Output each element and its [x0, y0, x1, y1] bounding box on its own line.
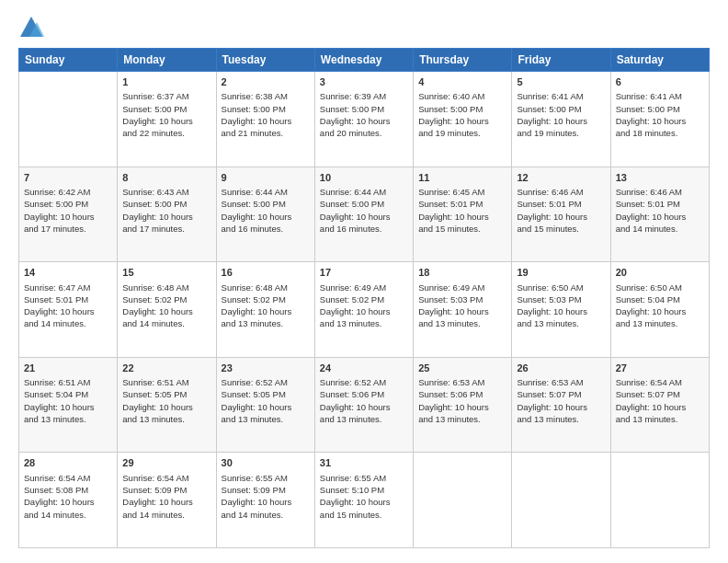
calendar-cell: 30Sunrise: 6:55 AMSunset: 5:09 PMDayligh…	[216, 453, 314, 548]
calendar-cell: 25Sunrise: 6:53 AMSunset: 5:06 PMDayligh…	[414, 357, 512, 453]
calendar-cell: 22Sunrise: 6:51 AMSunset: 5:05 PMDayligh…	[118, 357, 216, 453]
calendar-cell: 21Sunrise: 6:51 AMSunset: 5:04 PMDayligh…	[19, 357, 118, 453]
calendar-week-row: 7Sunrise: 6:42 AMSunset: 5:00 PMDaylight…	[19, 167, 710, 262]
day-number: 29	[122, 456, 210, 470]
day-info: Sunrise: 6:55 AMSunset: 5:09 PMDaylight:…	[222, 472, 310, 521]
calendar-cell	[512, 453, 610, 548]
calendar-table: SundayMondayTuesdayWednesdayThursdayFrid…	[18, 48, 710, 548]
calendar-week-row: 14Sunrise: 6:47 AMSunset: 5:01 PMDayligh…	[19, 262, 710, 358]
calendar-cell	[414, 453, 512, 548]
calendar-week-row: 28Sunrise: 6:54 AMSunset: 5:08 PMDayligh…	[19, 453, 710, 548]
day-info: Sunrise: 6:41 AMSunset: 5:00 PMDaylight:…	[616, 90, 704, 139]
day-number: 19	[517, 266, 605, 280]
calendar-cell: 15Sunrise: 6:48 AMSunset: 5:02 PMDayligh…	[118, 262, 216, 358]
day-info: Sunrise: 6:47 AMSunset: 5:01 PMDaylight:…	[24, 282, 112, 330]
day-info: Sunrise: 6:45 AMSunset: 5:01 PMDaylight:…	[418, 186, 506, 235]
day-number: 14	[24, 266, 112, 280]
calendar-cell: 10Sunrise: 6:44 AMSunset: 5:00 PMDayligh…	[314, 167, 413, 262]
calendar-day-header: Friday	[512, 49, 610, 72]
calendar-cell: 1Sunrise: 6:37 AMSunset: 5:00 PMDaylight…	[118, 72, 216, 167]
day-number: 31	[320, 456, 408, 470]
calendar-cell: 26Sunrise: 6:53 AMSunset: 5:07 PMDayligh…	[512, 357, 610, 453]
day-info: Sunrise: 6:55 AMSunset: 5:10 PMDaylight:…	[320, 472, 408, 521]
day-number: 6	[616, 75, 704, 89]
calendar-cell: 3Sunrise: 6:39 AMSunset: 5:00 PMDaylight…	[314, 72, 413, 167]
day-number: 4	[418, 75, 506, 89]
day-info: Sunrise: 6:37 AMSunset: 5:00 PMDaylight:…	[122, 90, 210, 139]
day-number: 13	[616, 171, 704, 185]
calendar-cell: 12Sunrise: 6:46 AMSunset: 5:01 PMDayligh…	[512, 167, 610, 262]
calendar-cell: 16Sunrise: 6:48 AMSunset: 5:02 PMDayligh…	[216, 262, 314, 358]
calendar-week-row: 1Sunrise: 6:37 AMSunset: 5:00 PMDaylight…	[19, 72, 710, 167]
day-number: 18	[418, 266, 506, 280]
day-number: 20	[616, 266, 704, 280]
calendar-cell: 8Sunrise: 6:43 AMSunset: 5:00 PMDaylight…	[118, 167, 216, 262]
calendar-day-header: Sunday	[19, 49, 118, 72]
day-number: 15	[122, 266, 210, 280]
calendar-cell: 5Sunrise: 6:41 AMSunset: 5:00 PMDaylight…	[512, 72, 610, 167]
day-info: Sunrise: 6:53 AMSunset: 5:06 PMDaylight:…	[418, 376, 506, 425]
day-number: 1	[122, 75, 210, 89]
calendar-cell: 4Sunrise: 6:40 AMSunset: 5:00 PMDaylight…	[414, 72, 512, 167]
day-info: Sunrise: 6:40 AMSunset: 5:00 PMDaylight:…	[418, 90, 506, 139]
calendar-cell	[19, 72, 118, 167]
day-info: Sunrise: 6:51 AMSunset: 5:05 PMDaylight:…	[122, 376, 210, 425]
logo	[18, 15, 48, 40]
calendar-cell: 7Sunrise: 6:42 AMSunset: 5:00 PMDaylight…	[19, 167, 118, 262]
calendar-cell: 6Sunrise: 6:41 AMSunset: 5:00 PMDaylight…	[610, 72, 709, 167]
calendar-week-row: 21Sunrise: 6:51 AMSunset: 5:04 PMDayligh…	[19, 357, 710, 453]
day-number: 17	[320, 266, 408, 280]
day-info: Sunrise: 6:48 AMSunset: 5:02 PMDaylight:…	[122, 282, 210, 330]
day-info: Sunrise: 6:49 AMSunset: 5:02 PMDaylight:…	[320, 282, 408, 330]
calendar-day-header: Monday	[118, 49, 216, 72]
day-number: 3	[320, 75, 408, 89]
day-number: 8	[122, 171, 210, 185]
day-number: 28	[24, 456, 112, 470]
day-info: Sunrise: 6:54 AMSunset: 5:07 PMDaylight:…	[616, 376, 704, 425]
calendar-cell: 17Sunrise: 6:49 AMSunset: 5:02 PMDayligh…	[314, 262, 413, 358]
day-info: Sunrise: 6:43 AMSunset: 5:00 PMDaylight:…	[122, 186, 210, 235]
calendar-cell: 20Sunrise: 6:50 AMSunset: 5:04 PMDayligh…	[610, 262, 709, 358]
day-info: Sunrise: 6:51 AMSunset: 5:04 PMDaylight:…	[24, 376, 112, 425]
day-info: Sunrise: 6:49 AMSunset: 5:03 PMDaylight:…	[418, 282, 506, 330]
day-number: 23	[222, 362, 310, 375]
day-info: Sunrise: 6:48 AMSunset: 5:02 PMDaylight:…	[222, 282, 310, 330]
day-info: Sunrise: 6:54 AMSunset: 5:08 PMDaylight:…	[24, 472, 112, 521]
day-number: 24	[320, 362, 408, 375]
day-info: Sunrise: 6:52 AMSunset: 5:05 PMDaylight:…	[222, 376, 310, 425]
calendar-cell: 27Sunrise: 6:54 AMSunset: 5:07 PMDayligh…	[610, 357, 709, 453]
calendar-day-header: Wednesday	[314, 49, 413, 72]
calendar-day-header: Tuesday	[216, 49, 314, 72]
day-number: 16	[222, 266, 310, 280]
day-number: 10	[320, 171, 408, 185]
day-number: 5	[517, 75, 605, 89]
day-info: Sunrise: 6:50 AMSunset: 5:04 PMDaylight:…	[616, 282, 704, 330]
day-info: Sunrise: 6:46 AMSunset: 5:01 PMDaylight:…	[517, 186, 605, 235]
calendar-cell: 2Sunrise: 6:38 AMSunset: 5:00 PMDaylight…	[216, 72, 314, 167]
calendar-day-header: Thursday	[414, 49, 512, 72]
calendar-cell: 31Sunrise: 6:55 AMSunset: 5:10 PMDayligh…	[314, 453, 413, 548]
day-info: Sunrise: 6:41 AMSunset: 5:00 PMDaylight:…	[517, 90, 605, 139]
day-info: Sunrise: 6:54 AMSunset: 5:09 PMDaylight:…	[122, 472, 210, 521]
day-number: 21	[24, 362, 112, 375]
calendar-cell: 13Sunrise: 6:46 AMSunset: 5:01 PMDayligh…	[610, 167, 709, 262]
day-info: Sunrise: 6:44 AMSunset: 5:00 PMDaylight:…	[222, 186, 310, 235]
calendar-cell: 11Sunrise: 6:45 AMSunset: 5:01 PMDayligh…	[414, 167, 512, 262]
day-info: Sunrise: 6:44 AMSunset: 5:00 PMDaylight:…	[320, 186, 408, 235]
day-info: Sunrise: 6:50 AMSunset: 5:03 PMDaylight:…	[517, 282, 605, 330]
day-info: Sunrise: 6:42 AMSunset: 5:00 PMDaylight:…	[24, 186, 112, 235]
calendar-day-header: Saturday	[610, 49, 709, 72]
calendar-cell	[610, 453, 709, 548]
day-number: 2	[222, 75, 310, 89]
calendar-cell: 29Sunrise: 6:54 AMSunset: 5:09 PMDayligh…	[118, 453, 216, 548]
calendar-cell: 9Sunrise: 6:44 AMSunset: 5:00 PMDaylight…	[216, 167, 314, 262]
day-number: 22	[122, 362, 210, 375]
calendar-cell: 28Sunrise: 6:54 AMSunset: 5:08 PMDayligh…	[19, 453, 118, 548]
day-number: 11	[418, 171, 506, 185]
header	[18, 15, 710, 40]
page: SundayMondayTuesdayWednesdayThursdayFrid…	[0, 0, 728, 563]
day-number: 7	[24, 171, 112, 185]
calendar-cell: 18Sunrise: 6:49 AMSunset: 5:03 PMDayligh…	[414, 262, 512, 358]
day-info: Sunrise: 6:39 AMSunset: 5:00 PMDaylight:…	[320, 90, 408, 139]
day-number: 27	[616, 362, 704, 375]
